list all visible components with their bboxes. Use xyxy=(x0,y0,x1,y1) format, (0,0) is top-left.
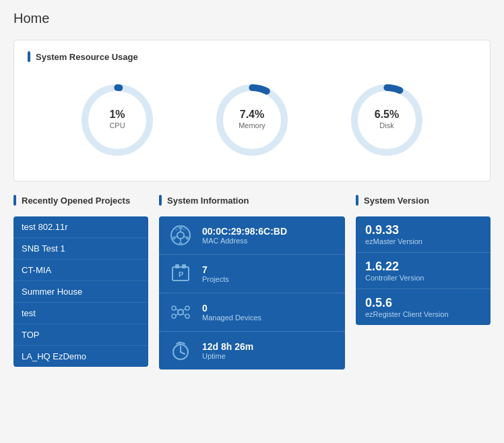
svg-line-38 xyxy=(183,314,185,316)
version-list: 0.9.33 ezMaster Version 1.6.22 Controlle… xyxy=(356,216,491,325)
disk-gauge: 6.5% Disk xyxy=(346,80,427,160)
sysinfo-list: D 96 FF 00:0C:29:98: xyxy=(159,216,345,370)
controller-label: Controller Version xyxy=(365,274,481,282)
projects-list: test 802.11r SNB Test 1 CT-MIA Summer Ho… xyxy=(13,216,148,367)
sysinfo-mac-item: D 96 FF 00:0C:29:98: xyxy=(159,216,345,255)
svg-text:CPU: CPU xyxy=(109,121,125,129)
gauges-row: 1% CPU 7.4% Memory 6.5% Disk xyxy=(28,73,476,167)
devices-label: Managed Devices xyxy=(202,314,261,322)
ezregister-version: 0.5.6 xyxy=(365,296,481,310)
network-icon: D 96 FF xyxy=(168,223,193,247)
svg-point-24 xyxy=(179,242,183,245)
ezmaster-label: ezMaster Version xyxy=(365,237,481,245)
svg-text:Disk: Disk xyxy=(379,121,394,129)
svg-point-33 xyxy=(172,314,176,318)
svg-point-13 xyxy=(177,232,184,239)
svg-point-4 xyxy=(220,88,284,152)
svg-line-35 xyxy=(176,309,179,311)
sysinfo-projects-content: 7 Projects xyxy=(202,264,229,283)
svg-text:96: 96 xyxy=(175,228,179,231)
controller-version: 1.6.22 xyxy=(365,260,481,274)
list-item[interactable]: SNB Test 1 xyxy=(13,238,148,260)
svg-point-8 xyxy=(354,88,419,152)
version-controller: 1.6.22 Controller Version xyxy=(356,253,491,289)
svg-text:6.5%: 6.5% xyxy=(375,109,399,120)
resource-usage-section: System Resource Usage 1% CPU 7.4% Memory xyxy=(13,40,491,181)
svg-point-18 xyxy=(179,225,183,229)
svg-line-37 xyxy=(176,314,179,316)
page-title: Home xyxy=(13,11,491,26)
svg-rect-28 xyxy=(182,264,186,268)
svg-point-20 xyxy=(172,237,176,240)
svg-rect-27 xyxy=(175,264,179,268)
resource-usage-title: System Resource Usage xyxy=(28,51,476,62)
devices-icon xyxy=(168,300,193,324)
projects-value: 7 xyxy=(202,264,229,275)
svg-line-36 xyxy=(183,309,185,311)
version-ezmaster: 0.9.33 ezMaster Version xyxy=(356,216,491,253)
version-title: System Version xyxy=(356,195,491,206)
projects-panel: Recently Opened Projects test 802.11r SN… xyxy=(13,195,148,367)
svg-point-30 xyxy=(178,309,183,315)
sysinfo-devices-content: 0 Managed Devices xyxy=(202,303,261,322)
svg-text:P: P xyxy=(179,270,183,278)
sysinfo-devices-item: 0 Managed Devices xyxy=(159,293,345,332)
svg-point-22 xyxy=(186,237,189,240)
list-item[interactable]: CT-MIA xyxy=(13,260,148,281)
projects-label: Projects xyxy=(202,275,229,283)
sysinfo-mac-content: 00:0C:29:98:6C:BD MAC Address xyxy=(202,226,287,245)
sysinfo-uptime-item: 12d 8h 26m Uptime xyxy=(159,332,345,370)
svg-point-32 xyxy=(185,306,189,310)
list-item[interactable]: Summer House xyxy=(13,281,148,303)
sysinfo-panel: System Information D 96 FF xyxy=(159,195,345,370)
list-item[interactable]: LA_HQ EzDemo xyxy=(13,346,148,367)
svg-text:1%: 1% xyxy=(109,109,125,120)
list-item[interactable]: test 802.11r xyxy=(13,216,148,238)
ezmaster-version: 0.9.33 xyxy=(365,223,481,237)
sysinfo-title: System Information xyxy=(159,195,345,206)
svg-point-31 xyxy=(172,306,176,310)
svg-text:FF: FF xyxy=(183,228,186,231)
memory-gauge: 7.4% Memory xyxy=(212,80,292,160)
projects-icon: P xyxy=(168,262,193,286)
svg-text:7.4%: 7.4% xyxy=(240,109,264,120)
svg-line-41 xyxy=(181,352,185,354)
mac-value: 00:0C:29:98:6C:BD xyxy=(202,226,287,237)
uptime-label: Uptime xyxy=(202,352,253,360)
sysinfo-uptime-content: 12d 8h 26m Uptime xyxy=(202,341,253,360)
svg-point-34 xyxy=(185,314,189,318)
uptime-icon xyxy=(168,338,193,363)
sysinfo-projects-item: P 7 Projects xyxy=(159,255,345,293)
cpu-gauge: 1% CPU xyxy=(77,80,158,160)
list-item[interactable]: test xyxy=(13,303,148,324)
version-ezregister: 0.5.6 ezRegister Client Version xyxy=(356,289,491,325)
ezregister-label: ezRegister Client Version xyxy=(365,310,481,318)
uptime-value: 12d 8h 26m xyxy=(202,341,253,352)
list-item[interactable]: TOP xyxy=(13,324,148,346)
svg-point-0 xyxy=(85,88,150,152)
mac-label: MAC Address xyxy=(202,237,287,245)
version-panel: System Version 0.9.33 ezMaster Version 1… xyxy=(356,195,491,325)
devices-value: 0 xyxy=(202,303,261,314)
projects-title: Recently Opened Projects xyxy=(13,195,148,206)
bottom-row: Recently Opened Projects test 802.11r SN… xyxy=(13,195,491,370)
svg-text:Memory: Memory xyxy=(239,121,265,129)
